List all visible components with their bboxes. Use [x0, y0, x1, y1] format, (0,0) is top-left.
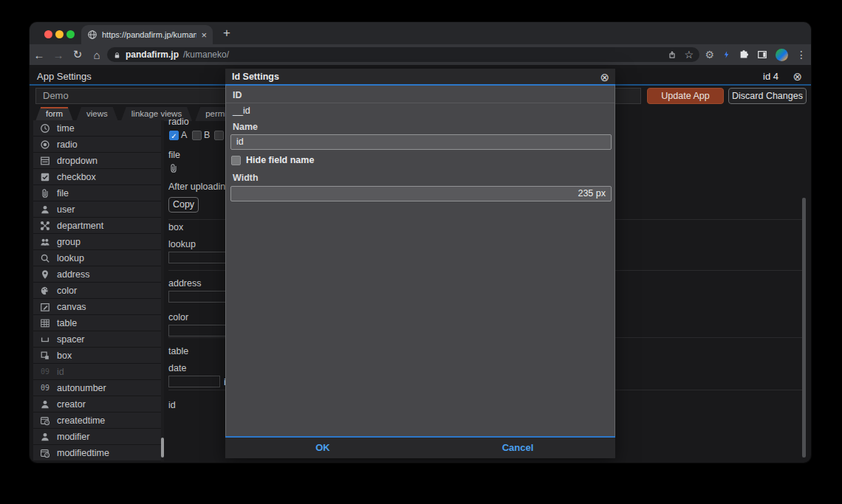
sidebar-item-label: color [57, 286, 77, 296]
id-value: __id [233, 106, 250, 116]
radio-option-checkbox-C[interactable] [214, 131, 224, 140]
sidebar-item-label: radio [57, 139, 78, 150]
after-uploading-text: After uploading [168, 182, 227, 192]
cancel-button[interactable]: Cancel [420, 438, 615, 458]
sidebar-item-color[interactable]: color [33, 283, 161, 299]
name-input[interactable]: id [230, 134, 612, 150]
page-scrollbar-thumb[interactable] [802, 198, 806, 458]
width-label: Width [233, 173, 259, 183]
sidebar-item-lookup[interactable]: lookup [33, 250, 161, 266]
field-chip-close-icon[interactable]: ⊗ [793, 70, 802, 83]
box-field-label: box [168, 222, 183, 232]
date-input[interactable] [168, 376, 220, 387]
copy-button[interactable]: Copy [168, 197, 199, 213]
sidebar-item-address[interactable]: address [33, 266, 161, 283]
radio-option-checkbox-A[interactable]: ✓ [169, 131, 179, 140]
page-title: App Settings [37, 71, 92, 82]
sidebar-item-spacer[interactable]: spacer [33, 331, 161, 348]
digits-icon: 09 [40, 367, 50, 377]
browser-toolbar: ← → ↻ ⌂ pandafirm.jp/kumaneko/ ☆ [30, 44, 811, 65]
sidebar-item-creator[interactable]: creator [33, 396, 161, 412]
tab-views[interactable]: views [76, 107, 118, 121]
name-label: Name [233, 122, 258, 132]
desktop-background: https://pandafirm.jp/kumaneko × + ← → ↻ … [0, 0, 842, 504]
sidebar-item-label: box [57, 351, 72, 361]
url-path: /kumaneko/ [183, 49, 229, 60]
url-domain: pandafirm.jp [126, 49, 179, 60]
update-app-button[interactable]: Update App [647, 88, 724, 104]
sidebar-item-canvas[interactable]: canvas [33, 299, 161, 315]
window-close-button[interactable] [44, 30, 52, 38]
sidebar-item-modifiedtime[interactable]: modifiedtime [33, 445, 161, 461]
window-zoom-button[interactable] [66, 30, 75, 38]
dropdown-icon [40, 156, 50, 166]
address-field-label: address [168, 278, 201, 289]
radio-icon [40, 139, 50, 150]
id-settings-dialog: Id Settings ⊗ ID __id Name id Hide field… [225, 69, 615, 458]
calclock-icon [40, 448, 50, 458]
url-bar[interactable]: pandafirm.jp/kumaneko/ ☆ [107, 47, 699, 62]
tab-form[interactable]: form [35, 107, 73, 121]
sidebar-item-file[interactable]: file [33, 185, 161, 201]
calclock-icon [40, 415, 50, 426]
radio-option-label: B [204, 130, 210, 140]
back-icon[interactable]: ← [30, 49, 49, 61]
hide-field-name-checkbox[interactable] [231, 156, 241, 165]
pin-icon [40, 269, 50, 280]
sidebar-item-radio[interactable]: radio [33, 137, 161, 153]
sidebar-item-label: spacer [57, 334, 85, 345]
new-tab-button[interactable]: + [223, 26, 230, 41]
sidebar-item-group[interactable]: group [33, 234, 161, 250]
width-input[interactable]: 235 px [230, 186, 612, 201]
sidebar-item-createdtime[interactable]: createdtime [33, 412, 161, 429]
share-icon[interactable] [668, 49, 677, 60]
reload-icon[interactable]: ↻ [68, 48, 87, 61]
dialog-title: Id Settings [232, 72, 279, 82]
dialog-close-icon[interactable]: ⊗ [600, 71, 609, 84]
tab-close-icon[interactable]: × [201, 30, 207, 41]
sidebar-item-modifier[interactable]: modifier [33, 429, 161, 445]
sidebar-item-label: checkbox [57, 172, 96, 182]
sidebar-item-label: lookup [57, 253, 84, 263]
radio-option-checkbox-B[interactable] [192, 131, 202, 140]
sidebar-item-label: address [57, 269, 89, 280]
sidebar-item-dropdown[interactable]: dropdown [33, 153, 161, 169]
sidebar-item-label: autonumber [57, 383, 106, 393]
browser-menu-icon[interactable]: ⋮ [796, 49, 807, 61]
paperclip-icon [168, 163, 180, 175]
side-panel-icon[interactable] [757, 49, 767, 60]
paperclip-icon [40, 188, 50, 199]
sidebar-item-label: table [57, 318, 77, 328]
radio-field-label: radio [168, 117, 189, 127]
sidebar-item-id: 09id [33, 364, 161, 380]
file-field-label: file [168, 150, 180, 160]
discard-changes-button[interactable]: Discard Changes [728, 88, 807, 104]
sidebar-item-box[interactable]: box [33, 348, 161, 364]
id-label: ID [233, 90, 242, 100]
sidebar-item-label: modifier [57, 432, 89, 442]
extensions-puzzle-icon[interactable] [739, 49, 749, 60]
home-icon[interactable]: ⌂ [87, 49, 106, 61]
forward-icon[interactable]: → [49, 49, 68, 61]
color-field-label: color [168, 312, 188, 322]
user-icon [40, 432, 50, 442]
sidebar-item-time[interactable]: time [33, 120, 161, 137]
tab-title: https://pandafirm.jp/kumaneko [102, 30, 196, 39]
sidebar-item-department[interactable]: department [33, 218, 161, 234]
ok-button[interactable]: OK [225, 438, 420, 458]
sidebar-item-checkbox[interactable]: checkbox [33, 169, 161, 185]
digits-icon: 09 [40, 383, 50, 393]
browser-tab[interactable]: https://pandafirm.jp/kumaneko × [81, 25, 213, 44]
bookmark-star-icon[interactable]: ☆ [684, 49, 694, 61]
extension-bolt-icon[interactable] [722, 49, 730, 60]
sidebar-scrollbar-thumb[interactable] [161, 438, 164, 458]
profile-avatar[interactable] [776, 49, 788, 61]
sidebar-scrollbar-track[interactable] [161, 120, 164, 461]
sidebar-item-user[interactable]: user [33, 201, 161, 218]
lookup-field-label: lookup [168, 239, 196, 249]
sidebar-item-table[interactable]: table [33, 315, 161, 331]
window-minimize-button[interactable] [55, 30, 64, 38]
sidebar-item-autonumber[interactable]: 09autonumber [33, 380, 161, 396]
sidebar-item-label: createdtime [57, 415, 105, 426]
extension-gear-icon[interactable]: ⚙ [705, 49, 714, 61]
